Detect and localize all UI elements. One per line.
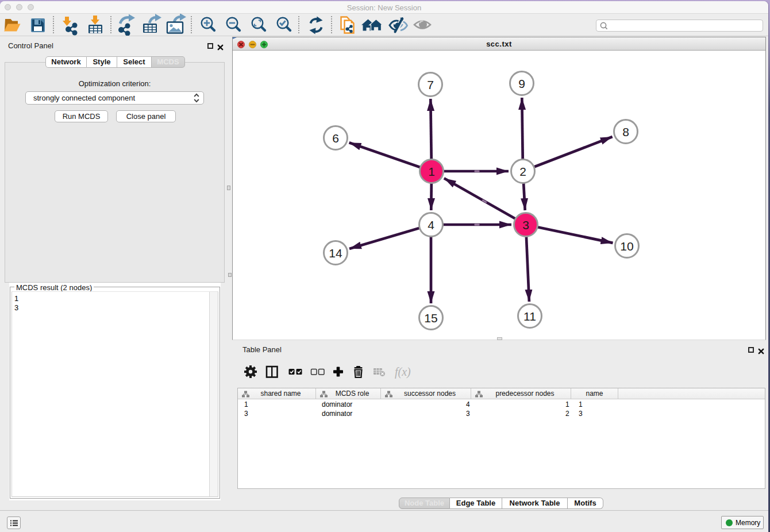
svg-text:f(x): f(x) (395, 365, 411, 379)
svg-text:8: 8 (622, 125, 629, 138)
svg-text:3: 3 (522, 218, 529, 232)
svg-text:10: 10 (620, 240, 633, 253)
svg-text:14: 14 (329, 246, 342, 260)
svg-text:6: 6 (332, 132, 339, 145)
svg-text:9: 9 (518, 77, 525, 90)
svg-text:1: 1 (428, 165, 435, 178)
svg-text:15: 15 (424, 311, 437, 325)
svg-text:7: 7 (427, 78, 434, 91)
svg-text:4: 4 (428, 218, 434, 232)
svg-text:2: 2 (519, 165, 526, 178)
svg-text:11: 11 (523, 310, 536, 323)
